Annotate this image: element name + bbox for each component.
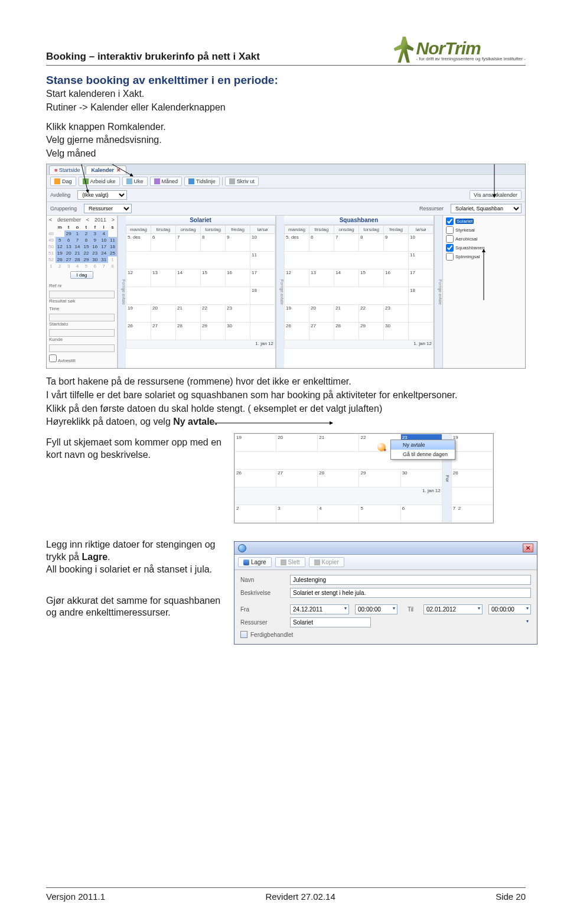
gruppering-select[interactable]: Ressurser (84, 204, 132, 213)
kopier-button[interactable]: Kopier (309, 557, 344, 567)
center-calendars: Forrige avtale Solariet mandagtirsdagons… (118, 216, 442, 368)
beskrivelse-input[interactable] (290, 588, 531, 598)
fra-label: Fra (240, 606, 284, 613)
idag-button[interactable]: I dag (70, 271, 94, 279)
maned-button[interactable]: Måned (150, 177, 183, 186)
tidslinje-button[interactable]: Tidslinje (184, 177, 220, 186)
menu-ny-avtale[interactable]: Ny avtale (391, 440, 455, 450)
tab-kalender[interactable]: Kalender✕ (86, 165, 126, 174)
vis-ansattkalender-button[interactable]: Vis ansattkalender (470, 190, 522, 200)
ressurser-select[interactable]: Solariet, Squashbanen (451, 204, 522, 213)
forrige-avtale-tab-left[interactable]: Forrige avtale (118, 216, 126, 368)
prev-month-button[interactable]: < (49, 217, 52, 223)
mini-calendar-year[interactable]: 2011 (94, 217, 106, 223)
context-menu-screenshot: 1920212223For19 262728293026 1. jan 12 2… (234, 433, 494, 523)
resource-item[interactable]: Spinningsal (445, 252, 523, 261)
intro-line-2: Rutiner -> Kalender eller Kalenderknappe… (46, 102, 526, 114)
resource-checkbox[interactable] (446, 253, 454, 261)
page-header: Booking – interaktiv brukerinfo på nett … (46, 37, 526, 63)
resultat-label: Resultat søk (49, 298, 115, 304)
calendar-b-title: Squashbanen (284, 216, 434, 225)
dialog-close-button[interactable]: ✕ (523, 544, 533, 552)
ressurser-input[interactable] (290, 617, 371, 627)
resource-item[interactable]: Styrkesal (445, 226, 523, 235)
save-icon (243, 559, 249, 565)
calendar-solariet[interactable]: Solariet mandagtirsdagonsdagtorsdagfreda… (126, 216, 276, 368)
ressurser-label: Ressurser (240, 619, 284, 626)
footer-page: Side 20 (496, 892, 526, 902)
mid-p4: Høyreklikk på datoen, og velg Ny avtale. (46, 416, 526, 428)
prev-year-button[interactable]: < (86, 217, 89, 223)
mid-p1: Ta bort hakene på de ressursene (rommene… (46, 376, 526, 388)
til-dato-input[interactable] (423, 604, 483, 614)
resource-checkbox[interactable] (446, 235, 454, 243)
arbeid-uke-button[interactable]: Arbeid uke (79, 177, 120, 186)
time-label: Time (49, 306, 115, 311)
refnr-input[interactable] (49, 291, 115, 298)
dag-button[interactable]: Dag (50, 177, 76, 186)
avbestilt-checkbox[interactable] (49, 354, 57, 362)
mini-calendar[interactable]: mtotfls 48291234 49567891011 50121314151… (47, 224, 117, 269)
calendar-squashbanen[interactable]: Squashbanen mandagtirsdagonsdagtorsdagfr… (284, 216, 434, 368)
logo-subtitle: - for drift av treningssentere og fysika… (416, 56, 526, 61)
resource-item[interactable]: Squashbanen (445, 243, 523, 252)
skriv-ut-button[interactable]: Skriv ut (225, 177, 259, 186)
tab-startside[interactable]: ■ Startside (49, 165, 85, 174)
document-title: Booking – interaktiv brukerinfo på nett … (46, 51, 260, 63)
delete-icon (281, 559, 286, 565)
maned-icon (154, 178, 160, 184)
resource-checkbox[interactable] (446, 226, 454, 234)
globe-icon (238, 544, 246, 552)
menu-ga-til-dagen[interactable]: Gå til denne dagen (391, 450, 455, 459)
kunde-input[interactable] (49, 344, 115, 352)
navn-input[interactable] (290, 575, 531, 585)
intro-line-5: Velg måned (46, 148, 526, 160)
intro-line-3: Klikk knappen Romkalender. (46, 121, 526, 134)
time-input[interactable] (49, 314, 115, 321)
resource-item[interactable]: Solariet (445, 217, 523, 226)
calendar-a-title: Solariet (126, 216, 275, 225)
new-appointment-icon (377, 443, 386, 451)
fra-dato-input[interactable] (290, 604, 349, 614)
til-label: Til (403, 606, 418, 613)
close-icon[interactable]: ✕ (116, 167, 121, 173)
header-rule (46, 65, 526, 66)
mini-calendar-month[interactable]: desember (57, 217, 81, 223)
filter-bar-2: Gruppering Ressurser Ressurser Solariet,… (47, 202, 525, 216)
dag-icon (54, 178, 60, 184)
fra-tid-input[interactable] (355, 604, 397, 614)
fill-form-text: Fyll ut skjemaet som kommer opp med en k… (46, 437, 223, 461)
tidslinje-icon (188, 178, 194, 184)
uke-button[interactable]: Uke (122, 177, 148, 186)
next-year-button[interactable]: > (112, 217, 115, 223)
mid-p3: Klikk på den første datoen du skal holde… (46, 403, 526, 415)
slett-button[interactable]: Slett (275, 557, 305, 567)
left-sidebar: < desember < 2011 > mtotfls 48291234 495… (47, 216, 118, 368)
avdeling-label: Avdeling (50, 192, 70, 198)
resources-panel: Solariet Styrkesal Aerobicsal Squashbane… (442, 216, 525, 368)
intro-line-4: Velg gjerne månedsvisning. (46, 134, 526, 147)
refnr-label: Ref nr (49, 283, 115, 288)
resource-checkbox[interactable] (446, 217, 454, 225)
view-toolbar: Dag Arbeid uke Uke Måned Tidslinje Skriv… (47, 174, 525, 188)
arbeid-uke-icon (83, 178, 89, 184)
til-tid-input[interactable] (488, 604, 531, 614)
context-menu: Ny avtale Gå til denne dagen (390, 440, 455, 460)
section-heading: Stanse booking av enkelttimer i en perio… (46, 74, 526, 87)
print-icon (229, 178, 235, 184)
xakt-calendar-screenshot: ■ Startside Kalender✕ Dag Arbeid uke Uke… (46, 164, 526, 369)
mid-p2: I vårt tilfelle er det bare solariet og … (46, 389, 526, 402)
startdato-input[interactable] (49, 329, 115, 337)
runner-icon (394, 37, 414, 63)
intro-line-1: Start kalenderen i Xakt. (46, 88, 526, 100)
lagre-button[interactable]: Lagre (238, 557, 272, 567)
resource-item[interactable]: Aerobicsal (445, 235, 523, 243)
search-pane: Ref nr Resultat søk Time Startdato Kunde… (47, 281, 117, 368)
avdeling-select[interactable]: (Ikke valgt) (77, 190, 127, 200)
avtale-dialog: ✕ Lagre Slett Kopier Navn Beskrivelse Fr… (234, 541, 537, 645)
ferdigbehandlet-checkbox[interactable] (240, 631, 247, 638)
neste-avtale-tab[interactable]: Forrige avtale (434, 216, 442, 368)
resource-checkbox[interactable] (446, 244, 454, 252)
forrige-avtale-tab-mid[interactable]: Forrige avtale (276, 216, 284, 368)
ressurser-label: Ressurser (419, 206, 444, 212)
